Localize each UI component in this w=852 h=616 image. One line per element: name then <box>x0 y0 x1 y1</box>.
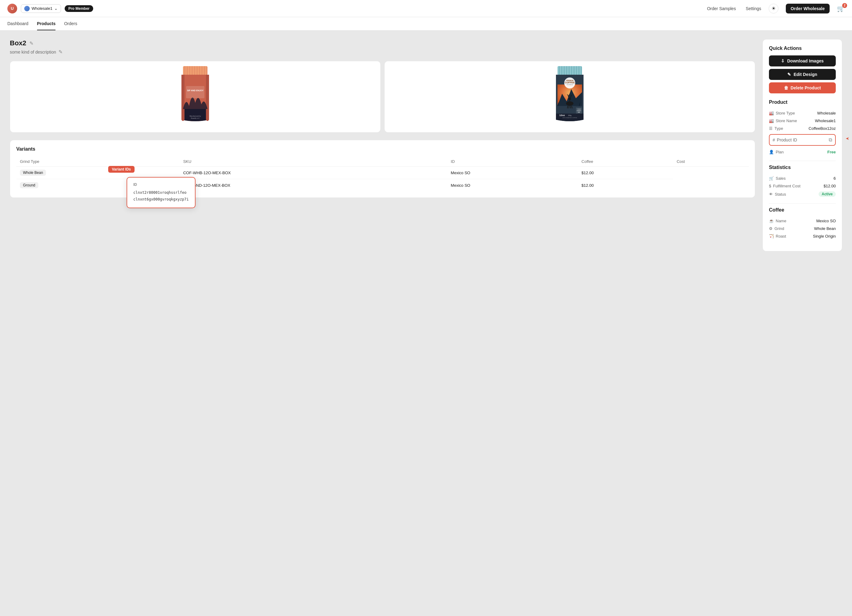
id-popup-row-1: clnxt2r80001vroqhssrlfeo <box>133 189 189 196</box>
page-title-row: Box2 ✎ <box>10 39 755 47</box>
roast-icon: 🏹 <box>769 234 774 238</box>
avatar: U <box>8 4 17 14</box>
coffee-roast-row: 🏹 Roast Single Origin <box>769 232 836 240</box>
coffee-grind-row: ⚙ Grind Whole Bean <box>769 225 836 232</box>
svg-point-12 <box>568 98 571 100</box>
product-id-container: Product ID ➤ # Product ID ⧉ <box>769 134 836 146</box>
store-selector[interactable]: Wholesale1 ⌄ <box>21 4 61 13</box>
main-content: Box2 ✎ some kind of description ✎ <box>10 39 755 198</box>
delete-product-button[interactable]: 🗑 Delete Product <box>769 82 836 93</box>
download-images-button[interactable]: ⇩ Download Images <box>769 56 836 66</box>
bag-1-svg: SIP AND ENJOY Manufactured by Roastify L… <box>177 66 214 127</box>
cart-small-icon: 🛒 <box>769 176 774 181</box>
product-id-arrow: ➤ <box>846 136 849 141</box>
svg-text:Manufactured by: Manufactured by <box>189 115 201 117</box>
store-name: Wholesale1 <box>32 6 53 11</box>
svg-text:SIP AND ENJOY: SIP AND ENJOY <box>187 89 204 92</box>
svg-text:NAME: NAME <box>578 112 580 113</box>
store-type-value: Wholesale <box>817 111 836 115</box>
quick-actions-card: Quick Actions ⇩ Download Images ✎ Edit D… <box>763 39 842 252</box>
nav-orders[interactable]: Orders <box>64 17 77 30</box>
nav-dashboard[interactable]: Dashboard <box>8 17 29 30</box>
divider-1 <box>769 161 836 161</box>
product-images-grid: SIP AND ENJOY Manufactured by Roastify L… <box>10 61 755 133</box>
col-coffee: Coffee <box>578 157 673 167</box>
svg-text:BRAND: BRAND <box>577 110 581 111</box>
product-image-2: PREMIUM COFFEE Your Brand YOUR BRAND NAM… <box>384 61 755 133</box>
coffee-cell: Mexico SO <box>447 167 578 179</box>
cost-cell: $12.00 <box>578 167 673 179</box>
fulfillment-cost-value: $12.00 <box>823 184 836 188</box>
type-row: ☰ Type CoffeeBox12oz <box>769 125 836 132</box>
edit-title-icon[interactable]: ✎ <box>29 41 33 46</box>
coffee-name-value: Mexico SO <box>816 218 836 223</box>
id-popup-row-2: clnxnt6gx000gvroqkgxyzp7i <box>133 196 189 203</box>
order-wholesale-button[interactable]: Order Wholesale <box>786 4 829 14</box>
product-id-field[interactable]: # Product ID ⧉ <box>769 134 836 146</box>
page-title: Box2 <box>10 39 26 47</box>
status-badge: Active <box>819 191 836 197</box>
chevron-down-icon: ⌄ <box>54 6 57 11</box>
store-name-icon: 🏭 <box>769 119 774 123</box>
sub-navigation: Dashboard Products Orders <box>0 17 852 31</box>
top-navigation: U Wholesale1 ⌄ Pro Member Order Samples … <box>0 0 852 17</box>
svg-text:COFFEE: COFFEE <box>565 81 575 84</box>
grind-badge: Whole Bean <box>20 170 46 176</box>
dollar-icon: $ <box>769 184 771 188</box>
variant-ids-callout: Variant IDs <box>108 166 134 173</box>
theme-toggle[interactable]: ☀ <box>769 4 778 14</box>
status-row: 👁 Status Active <box>769 190 836 199</box>
plan-icon: 👤 <box>769 150 774 154</box>
copy-icon[interactable]: ⧉ <box>829 137 832 143</box>
svg-text:340g: 340g <box>568 114 571 116</box>
order-samples-link[interactable]: Order Samples <box>707 6 736 11</box>
plan-label: 👤 Plan <box>769 150 784 154</box>
cart-icon[interactable]: 🛒 2 <box>837 5 844 12</box>
store-name-value: Wholesale1 <box>815 119 836 123</box>
svg-text:12oz: 12oz <box>559 114 565 117</box>
svg-line-14 <box>569 105 569 108</box>
sales-label: 🛒 Sales <box>769 176 786 181</box>
edit-design-icon: ✎ <box>787 72 791 77</box>
settings-link[interactable]: Settings <box>746 6 761 11</box>
coffee-icon: ☕ <box>769 218 774 223</box>
product-section-title: Product <box>769 99 836 105</box>
table-row: Ground COF-GND-12O-MEX-BOX clnxnt6gx000g… <box>16 179 749 192</box>
type-label: ☰ Type <box>769 126 783 131</box>
pro-member-badge[interactable]: Pro Member <box>65 5 93 12</box>
col-id: ID <box>447 157 578 167</box>
col-sku: SKU <box>180 157 447 167</box>
coffee-cell: Mexico SO <box>447 179 578 192</box>
cost-cell: $12.00 <box>578 179 673 192</box>
col-grind-type: Grind Type <box>16 157 180 167</box>
store-type-label: 🏭 Store Type <box>769 111 795 115</box>
svg-rect-2 <box>183 66 207 75</box>
edit-design-button[interactable]: ✎ Edit Design <box>769 69 836 80</box>
edit-desc-icon[interactable]: ✎ <box>59 49 62 55</box>
store-icon: 🏭 <box>769 111 774 115</box>
statistics-section: Statistics 🛒 Sales 6 $ Fulfillment Cost … <box>769 165 836 199</box>
svg-rect-3 <box>186 86 204 98</box>
coffee-name-label: ☕ Name <box>769 218 786 223</box>
variants-table: Grind Type SKU ID Coffee Cost Whole Bean… <box>16 157 749 191</box>
coffee-section: Coffee ☕ Name Mexico SO ⚙ Grind Whole Be… <box>769 207 836 240</box>
product-id-label: # Product ID <box>773 137 797 142</box>
page-body: Box2 ✎ some kind of description ✎ <box>0 31 852 616</box>
type-value: CoffeeBox12oz <box>808 126 836 131</box>
col-cost: Cost <box>673 157 749 167</box>
bag-2-svg: PREMIUM COFFEE Your Brand YOUR BRAND NAM… <box>551 66 588 127</box>
store-dot <box>24 6 30 11</box>
status-label: 👁 Status <box>769 192 786 197</box>
sku-cell: COF-GND-12O-MEX-BOX <box>180 179 447 192</box>
variants-card: Variants Variant IDs Grind Type SKU ID C… <box>10 140 755 198</box>
product-section: Product 🏭 Store Type Wholesale 🏭 Store N… <box>769 99 836 156</box>
variants-title: Variants <box>16 146 749 152</box>
sales-value: 6 <box>834 176 836 181</box>
svg-text:Roastify LLC: Roastify LLC <box>191 117 200 119</box>
sales-row: 🛒 Sales 6 <box>769 175 836 182</box>
hash-icon: # <box>773 137 775 142</box>
type-icon: ☰ <box>769 126 773 131</box>
page-description: some kind of description <box>10 50 56 54</box>
nav-products[interactable]: Products <box>37 17 56 30</box>
coffee-grind-value: Whole Bean <box>814 226 836 231</box>
